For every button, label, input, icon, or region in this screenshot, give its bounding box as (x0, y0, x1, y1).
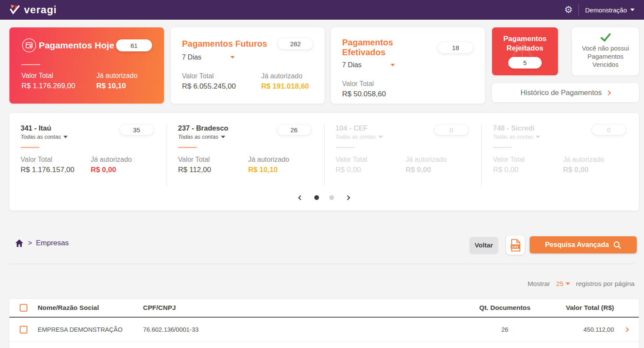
card-pagamentos-rejeitados[interactable]: ⚠ Pagamentos Rejeitados 5 (492, 27, 558, 75)
companies-table: Nome/Razão Social CPF/CNPJ Qt. Documento… (9, 298, 639, 348)
account-dropdown[interactable]: Demonstração (585, 6, 635, 14)
accounts-dropdown[interactable]: Todas as contas (21, 134, 119, 140)
account-name: Demonstração (585, 6, 627, 14)
no-overdue-message: Você não possui Pagamentos Vencidos (579, 45, 632, 68)
wallet-icon (21, 38, 37, 53)
count-badge: 26 (277, 124, 311, 135)
valor-total-label: Valor Total (21, 72, 96, 80)
row-checkbox[interactable] (20, 326, 27, 333)
card-pagamentos-efetivados[interactable]: Pagamentos Efetivados 18 7 Dias Valor To… (331, 27, 485, 104)
valor-total-value: R$ 1.176.157,00 (21, 166, 91, 174)
card-pagamentos-futuros[interactable]: Pagamentos Futuros 282 7 Dias Valor Tota… (171, 27, 325, 104)
navbar-divider (578, 4, 579, 15)
payments-dashboard: veragi ⚙ Demonstração Pagamentos Hoje 61 (0, 0, 644, 348)
count-badge: 18 (438, 42, 474, 54)
per-page-value: 25 (556, 280, 564, 288)
bank-section-bradesco[interactable]: 237 - Bradesco Todas as contas 26 Valor … (167, 124, 324, 186)
pesquisa-avancada-button[interactable]: Pesquisa Avançada (530, 236, 637, 253)
pesquisa-label: Pesquisa Avançada (545, 241, 609, 249)
check-icon (600, 31, 611, 42)
historico-pagamentos-button[interactable]: Histórico de Pagamentos (492, 83, 639, 102)
cell-qt-documentos: 26 (464, 326, 546, 333)
count-badge: 0 (434, 124, 468, 135)
accounts-dropdown[interactable]: Todas as contas (178, 134, 277, 140)
accounts-label: Todas as contas (178, 134, 218, 140)
chevron-down-icon (379, 136, 383, 138)
carousel-dot[interactable] (314, 195, 319, 200)
autorizado-label: Já autorizado (261, 72, 309, 80)
divider (178, 147, 197, 148)
autorizado-label: Já autorizado (563, 156, 604, 164)
valor-total-value: R$ 0,00 (336, 166, 406, 174)
autorizado-value: R$ 191.018,60 (261, 82, 309, 91)
chevron-right-icon (606, 90, 611, 95)
card-pagamentos-vencidos: Você não possui Pagamentos Vencidos (572, 27, 639, 75)
carousel-prev-button[interactable] (297, 192, 304, 203)
accounts-label: Todas as contas (493, 134, 533, 140)
valor-total-value: R$ 0,00 (493, 166, 563, 174)
voltar-button[interactable]: Voltar (470, 237, 498, 253)
banks-carousel-card: 341 - Itaú Todas as contas 35 Valor Tota… (9, 113, 639, 211)
carousel-dot[interactable] (329, 195, 334, 200)
bank-section-itau[interactable]: 341 - Itaú Todas as contas 35 Valor Tota… (9, 124, 167, 186)
header-cpf: CPF/CNPJ (143, 304, 464, 312)
chevron-down-icon (230, 56, 235, 59)
autorizado-label: Já autorizado (91, 156, 132, 164)
valor-total-value: R$ 50.058,60 (342, 90, 421, 98)
count-badge: 35 (119, 124, 154, 135)
autorizado-label: Já autorizado (405, 156, 447, 164)
header-valor-total: Valor Total (R$) (546, 304, 614, 312)
valor-total-label: Valor Total (493, 156, 563, 164)
valor-total-value: R$ 1.176.269,00 (21, 82, 96, 90)
card-title: Pagamentos Hoje (37, 40, 116, 51)
autorizado-label: Já autorizado (96, 72, 137, 80)
brand-name: veragi (24, 4, 57, 16)
chevron-down-icon (630, 9, 635, 11)
cell-valor-total: 450.112,00 (546, 326, 614, 333)
chevron-down-icon (391, 64, 395, 66)
period-dropdown[interactable]: 7 Dias (182, 54, 313, 61)
per-page-dropdown[interactable]: 25 (556, 280, 570, 288)
bank-section-cef[interactable]: 104 - CEF Todas as contas 0 Valor Total … (324, 124, 482, 186)
select-all-checkbox[interactable] (20, 304, 27, 312)
settings-gear-icon[interactable]: ⚙ (564, 5, 573, 15)
section-divider (9, 264, 635, 264)
svg-text:CSV: CSV (512, 244, 518, 248)
accounts-dropdown[interactable]: Todas as contas (493, 134, 592, 140)
table-row[interactable]: EMPRESA DEMONSTRAÇÃO 76.602.136/0001-33 … (9, 318, 639, 342)
autorizado-value: R$ 10,10 (96, 82, 137, 90)
breadcrumb-separator: > (28, 239, 32, 247)
per-page-suffix: registros por página (576, 280, 635, 288)
divider (493, 147, 512, 148)
card-pagamentos-hoje[interactable]: Pagamentos Hoje 61 Valor Total R$ 1.176.… (9, 27, 164, 104)
table-header-row: Nome/Razão Social CPF/CNPJ Qt. Documento… (9, 298, 639, 318)
brand-logo[interactable]: veragi (9, 4, 57, 16)
csv-file-icon: CSV (510, 239, 521, 252)
per-page-control: Mostrar 25 registros por página (528, 280, 635, 288)
bank-section-sicredi[interactable]: 748 - Sicredi Todas as contas 0 Valor To… (481, 124, 639, 186)
breadcrumb-current: Empresas (36, 239, 69, 247)
valor-total-label: Valor Total (182, 72, 261, 80)
chevron-down-icon (63, 136, 68, 138)
valor-total-label: Valor Total (342, 80, 421, 88)
divider (21, 147, 39, 148)
autorizado-value: R$ 10,10 (248, 166, 289, 174)
autorizado-value: R$ 0,00 (91, 166, 132, 174)
card-title: Pagamentos Efetivados (342, 38, 438, 57)
divider (21, 64, 40, 65)
home-icon[interactable] (15, 238, 24, 248)
card-title: Pagamentos Futuros (182, 39, 277, 49)
csv-export-button[interactable]: CSV (506, 235, 525, 255)
valor-total-value: R$ 112,00 (178, 166, 248, 174)
accounts-dropdown[interactable]: Todas as contas (336, 134, 435, 140)
valor-total-label: Valor Total (336, 156, 406, 164)
valor-total-value: R$ 6.055.245,00 (182, 82, 261, 91)
carousel-next-button[interactable] (344, 192, 351, 203)
autorizado-value: R$ 0,00 (563, 166, 604, 174)
breadcrumb: > Empresas (15, 238, 69, 248)
valor-total-label: Valor Total (21, 156, 91, 164)
row-chevron-right-icon[interactable] (624, 327, 629, 332)
chevron-down-icon (566, 283, 570, 285)
period-dropdown[interactable]: 7 Dias (342, 61, 474, 69)
accounts-label: Todas as contas (336, 134, 376, 140)
